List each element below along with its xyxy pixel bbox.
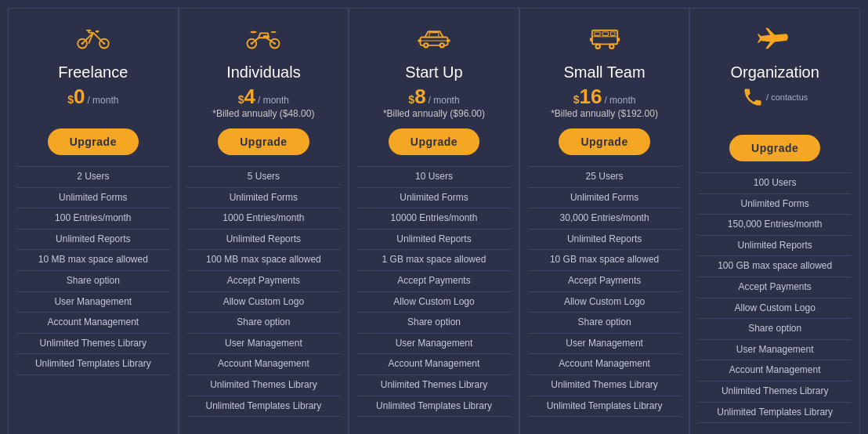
feature-item: Unlimited Reports: [16, 229, 170, 250]
svg-line-5: [93, 33, 104, 44]
feature-item: Unlimited Themes Library: [528, 374, 682, 396]
price-amount: 8: [414, 86, 425, 107]
feature-item: User Management: [16, 291, 170, 313]
feature-item: 10000 Entries/month: [357, 208, 511, 229]
svg-rect-29: [602, 32, 608, 35]
plan-card-organization: Organization / contactusUpgrade100 Users…: [689, 8, 860, 434]
features-list: 25 UsersUnlimited Forms30,000 Entries/mo…: [528, 166, 682, 417]
billing-note: *Billed annually ($96.00): [383, 108, 485, 121]
plan-name: Individuals: [226, 63, 301, 81]
price-period: / month: [258, 95, 289, 106]
plan-price: / contactus: [742, 86, 808, 108]
svg-rect-38: [617, 38, 620, 41]
feature-item: Share option: [357, 312, 511, 333]
feature-item: 10 GB max space allowed: [528, 249, 682, 270]
feature-item: Account Management: [357, 353, 511, 374]
feature-item: Unlimited Forms: [528, 187, 682, 208]
feature-item: Accept Payments: [528, 270, 682, 291]
currency-symbol: $: [67, 94, 74, 105]
feature-item: 25 Users: [528, 166, 682, 187]
feature-item: Account Management: [16, 312, 170, 333]
feature-item: Accept Payments: [187, 270, 341, 291]
feature-item: Unlimited Reports: [698, 235, 852, 256]
motorbike-icon: [246, 24, 280, 57]
feature-item: User Management: [357, 333, 511, 354]
car-icon: [417, 24, 451, 57]
svg-rect-37: [590, 38, 592, 41]
bicycle-icon: [76, 24, 110, 57]
feature-item: Account Management: [187, 353, 341, 374]
feature-item: Unlimited Themes Library: [16, 333, 170, 354]
feature-item: Unlimited Reports: [528, 229, 682, 250]
features-list: 100 UsersUnlimited Forms150,000 Entries/…: [698, 172, 852, 423]
feature-item: Unlimited Templates Library: [528, 396, 682, 418]
svg-rect-25: [447, 39, 450, 42]
features-list: 2 UsersUnlimited Forms100 Entries/monthU…: [16, 166, 170, 375]
price-period: / month: [429, 95, 460, 106]
plane-icon: [758, 24, 792, 57]
features-list: 10 UsersUnlimited Forms10000 Entries/mon…: [357, 166, 511, 417]
features-list: 5 UsersUnlimited Forms1000 Entries/month…: [187, 166, 341, 417]
upgrade-button[interactable]: Upgrade: [559, 128, 649, 155]
feature-item: 10 MB max space allowed: [16, 249, 170, 270]
price-amount: 4: [244, 86, 255, 107]
plan-card-individuals: Individuals$4/ month*Billed annually ($4…: [179, 8, 349, 434]
bus-icon: [588, 24, 622, 57]
feature-item: Unlimited Forms: [698, 193, 852, 215]
plan-price: $4/ month: [238, 86, 289, 107]
feature-item: Unlimited Themes Library: [698, 381, 852, 402]
svg-rect-24: [418, 39, 421, 42]
feature-item: Unlimited Templates Library: [357, 396, 511, 418]
feature-item: Account Management: [528, 353, 682, 374]
svg-point-33: [596, 45, 599, 48]
price-period: / month: [87, 95, 118, 106]
feature-item: 100 Entries/month: [16, 208, 170, 229]
currency-symbol: $: [408, 94, 414, 105]
feature-item: 100 Users: [698, 172, 852, 193]
feature-item: Unlimited Templates Library: [187, 396, 341, 418]
plan-price: $8/ month: [408, 86, 459, 107]
feature-item: 30,000 Entries/month: [528, 208, 682, 229]
plan-card-startup: Start Up$8/ month*Billed annually ($96.0…: [349, 8, 519, 434]
svg-point-21: [441, 44, 443, 46]
upgrade-button[interactable]: Upgrade: [729, 135, 820, 161]
feature-item: 150,000 Entries/month: [698, 214, 852, 235]
feature-item: Unlimited Forms: [357, 187, 511, 208]
svg-rect-16: [263, 35, 269, 38]
feature-item: Unlimited Reports: [187, 229, 341, 250]
feature-item: 2 Users: [16, 166, 170, 187]
feature-item: 1 GB max space allowed: [357, 249, 511, 270]
billing-note: *Billed annually ($48.00): [212, 108, 314, 121]
feature-item: Share option: [528, 312, 682, 333]
feature-item: Share option: [187, 312, 341, 333]
feature-item: Account Management: [698, 360, 852, 381]
price-amount: 16: [580, 86, 602, 107]
feature-item: Allow Custom Logo: [698, 298, 852, 319]
contact-label: / contactus: [766, 92, 808, 102]
upgrade-button[interactable]: Upgrade: [48, 128, 139, 155]
svg-point-20: [425, 44, 427, 46]
plan-name: Freelance: [58, 63, 128, 81]
feature-item: 1000 Entries/month: [187, 208, 341, 229]
upgrade-button[interactable]: Upgrade: [218, 128, 309, 155]
feature-item: Unlimited Templates Library: [16, 353, 170, 375]
feature-item: 5 Users: [187, 166, 341, 187]
plan-price: $0/ month: [67, 86, 118, 107]
plan-card-small-team: Small Team$16/ month*Billed annually ($1…: [519, 8, 690, 434]
feature-item: Allow Custom Logo: [357, 291, 511, 313]
feature-item: Share option: [698, 318, 852, 339]
plan-price: $16/ month: [573, 86, 636, 107]
feature-item: Unlimited Forms: [187, 187, 341, 208]
feature-item: Allow Custom Logo: [187, 291, 341, 313]
price-amount: 0: [74, 86, 85, 107]
feature-item: Accept Payments: [357, 270, 511, 291]
feature-item: Allow Custom Logo: [528, 291, 682, 313]
upgrade-button[interactable]: Upgrade: [389, 128, 479, 155]
pricing-table: Freelance$0/ monthUpgrade2 UsersUnlimite…: [8, 8, 860, 434]
feature-item: User Management: [528, 333, 682, 354]
feature-item: 100 GB max space allowed: [698, 255, 852, 277]
svg-rect-28: [594, 32, 599, 35]
currency-symbol: $: [238, 94, 244, 105]
svg-point-34: [610, 45, 613, 48]
plan-card-freelance: Freelance$0/ monthUpgrade2 UsersUnlimite…: [8, 8, 179, 434]
